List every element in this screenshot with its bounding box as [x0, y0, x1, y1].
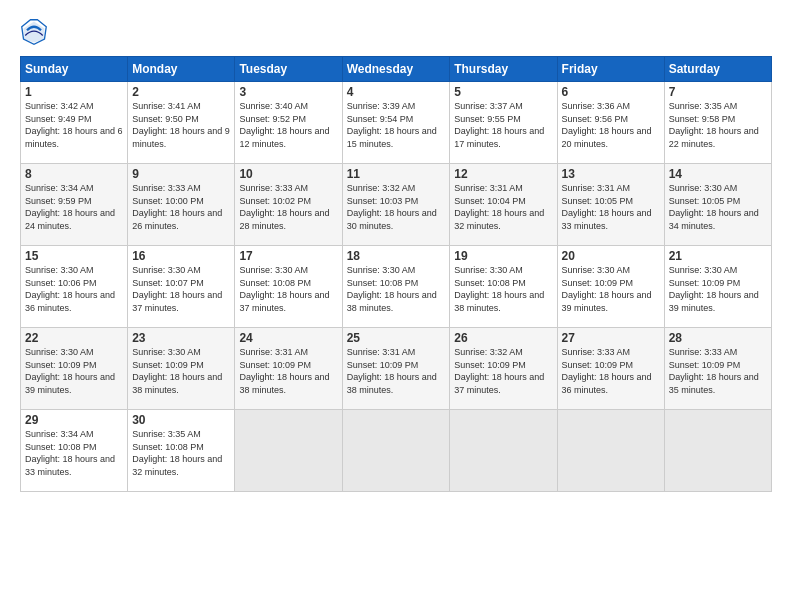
calendar-header-row: SundayMondayTuesdayWednesdayThursdayFrid…: [21, 57, 772, 82]
day-number: 18: [347, 249, 446, 263]
day-number: 14: [669, 167, 767, 181]
calendar-cell: 13Sunrise: 3:31 AMSunset: 10:05 PMDaylig…: [557, 164, 664, 246]
calendar-cell: 20Sunrise: 3:30 AMSunset: 10:09 PMDaylig…: [557, 246, 664, 328]
day-detail: Sunrise: 3:30 AMSunset: 10:09 PMDaylight…: [669, 265, 759, 313]
day-detail: Sunrise: 3:30 AMSunset: 10:06 PMDaylight…: [25, 265, 115, 313]
calendar-cell: 28Sunrise: 3:33 AMSunset: 10:09 PMDaylig…: [664, 328, 771, 410]
day-detail: Sunrise: 3:40 AMSunset: 9:52 PMDaylight:…: [239, 101, 329, 149]
day-number: 8: [25, 167, 123, 181]
day-detail: Sunrise: 3:32 AMSunset: 10:03 PMDaylight…: [347, 183, 437, 231]
day-detail: Sunrise: 3:31 AMSunset: 10:09 PMDaylight…: [347, 347, 437, 395]
calendar-cell: [664, 410, 771, 492]
calendar-cell: 2Sunrise: 3:41 AMSunset: 9:50 PMDaylight…: [128, 82, 235, 164]
day-number: 25: [347, 331, 446, 345]
day-detail: Sunrise: 3:33 AMSunset: 10:09 PMDaylight…: [562, 347, 652, 395]
day-detail: Sunrise: 3:30 AMSunset: 10:09 PMDaylight…: [25, 347, 115, 395]
calendar-cell: 25Sunrise: 3:31 AMSunset: 10:09 PMDaylig…: [342, 328, 450, 410]
day-number: 2: [132, 85, 230, 99]
calendar-cell: 22Sunrise: 3:30 AMSunset: 10:09 PMDaylig…: [21, 328, 128, 410]
calendar-header-thursday: Thursday: [450, 57, 557, 82]
day-number: 22: [25, 331, 123, 345]
day-number: 30: [132, 413, 230, 427]
day-number: 5: [454, 85, 552, 99]
day-number: 1: [25, 85, 123, 99]
day-number: 6: [562, 85, 660, 99]
day-detail: Sunrise: 3:34 AMSunset: 9:59 PMDaylight:…: [25, 183, 115, 231]
calendar-cell: [342, 410, 450, 492]
day-number: 16: [132, 249, 230, 263]
day-number: 26: [454, 331, 552, 345]
day-detail: Sunrise: 3:35 AMSunset: 10:08 PMDaylight…: [132, 429, 222, 477]
calendar-cell: 9Sunrise: 3:33 AMSunset: 10:00 PMDayligh…: [128, 164, 235, 246]
calendar-page: SundayMondayTuesdayWednesdayThursdayFrid…: [0, 0, 792, 612]
day-detail: Sunrise: 3:33 AMSunset: 10:00 PMDaylight…: [132, 183, 222, 231]
day-number: 20: [562, 249, 660, 263]
day-detail: Sunrise: 3:37 AMSunset: 9:55 PMDaylight:…: [454, 101, 544, 149]
day-detail: Sunrise: 3:33 AMSunset: 10:02 PMDaylight…: [239, 183, 329, 231]
day-number: 12: [454, 167, 552, 181]
calendar-cell: 19Sunrise: 3:30 AMSunset: 10:08 PMDaylig…: [450, 246, 557, 328]
logo: [20, 18, 54, 46]
day-number: 9: [132, 167, 230, 181]
calendar-cell: [557, 410, 664, 492]
calendar-cell: 11Sunrise: 3:32 AMSunset: 10:03 PMDaylig…: [342, 164, 450, 246]
calendar-cell: 17Sunrise: 3:30 AMSunset: 10:08 PMDaylig…: [235, 246, 342, 328]
day-number: 17: [239, 249, 337, 263]
calendar-cell: 29Sunrise: 3:34 AMSunset: 10:08 PMDaylig…: [21, 410, 128, 492]
calendar-cell: [450, 410, 557, 492]
calendar-header-sunday: Sunday: [21, 57, 128, 82]
calendar-cell: 10Sunrise: 3:33 AMSunset: 10:02 PMDaylig…: [235, 164, 342, 246]
day-number: 11: [347, 167, 446, 181]
day-number: 3: [239, 85, 337, 99]
day-number: 28: [669, 331, 767, 345]
calendar-cell: 21Sunrise: 3:30 AMSunset: 10:09 PMDaylig…: [664, 246, 771, 328]
calendar-cell: 27Sunrise: 3:33 AMSunset: 10:09 PMDaylig…: [557, 328, 664, 410]
calendar-week-5: 29Sunrise: 3:34 AMSunset: 10:08 PMDaylig…: [21, 410, 772, 492]
calendar-cell: 26Sunrise: 3:32 AMSunset: 10:09 PMDaylig…: [450, 328, 557, 410]
day-number: 19: [454, 249, 552, 263]
calendar-cell: 3Sunrise: 3:40 AMSunset: 9:52 PMDaylight…: [235, 82, 342, 164]
calendar-header-saturday: Saturday: [664, 57, 771, 82]
day-detail: Sunrise: 3:35 AMSunset: 9:58 PMDaylight:…: [669, 101, 759, 149]
day-detail: Sunrise: 3:30 AMSunset: 10:09 PMDaylight…: [132, 347, 222, 395]
day-detail: Sunrise: 3:36 AMSunset: 9:56 PMDaylight:…: [562, 101, 652, 149]
calendar-cell: 24Sunrise: 3:31 AMSunset: 10:09 PMDaylig…: [235, 328, 342, 410]
day-detail: Sunrise: 3:41 AMSunset: 9:50 PMDaylight:…: [132, 101, 230, 149]
day-detail: Sunrise: 3:32 AMSunset: 10:09 PMDaylight…: [454, 347, 544, 395]
day-detail: Sunrise: 3:42 AMSunset: 9:49 PMDaylight:…: [25, 101, 123, 149]
day-detail: Sunrise: 3:33 AMSunset: 10:09 PMDaylight…: [669, 347, 759, 395]
calendar-cell: 16Sunrise: 3:30 AMSunset: 10:07 PMDaylig…: [128, 246, 235, 328]
day-detail: Sunrise: 3:30 AMSunset: 10:08 PMDaylight…: [239, 265, 329, 313]
calendar-cell: 6Sunrise: 3:36 AMSunset: 9:56 PMDaylight…: [557, 82, 664, 164]
day-number: 7: [669, 85, 767, 99]
calendar-cell: [235, 410, 342, 492]
calendar-cell: 18Sunrise: 3:30 AMSunset: 10:08 PMDaylig…: [342, 246, 450, 328]
day-number: 23: [132, 331, 230, 345]
calendar-cell: 14Sunrise: 3:30 AMSunset: 10:05 PMDaylig…: [664, 164, 771, 246]
header: [20, 18, 772, 46]
day-number: 10: [239, 167, 337, 181]
calendar-cell: 8Sunrise: 3:34 AMSunset: 9:59 PMDaylight…: [21, 164, 128, 246]
day-detail: Sunrise: 3:31 AMSunset: 10:05 PMDaylight…: [562, 183, 652, 231]
calendar-header-tuesday: Tuesday: [235, 57, 342, 82]
day-number: 27: [562, 331, 660, 345]
day-detail: Sunrise: 3:39 AMSunset: 9:54 PMDaylight:…: [347, 101, 437, 149]
calendar-cell: 23Sunrise: 3:30 AMSunset: 10:09 PMDaylig…: [128, 328, 235, 410]
day-number: 15: [25, 249, 123, 263]
svg-marker-0: [24, 22, 45, 43]
day-detail: Sunrise: 3:30 AMSunset: 10:08 PMDaylight…: [454, 265, 544, 313]
calendar-cell: 1Sunrise: 3:42 AMSunset: 9:49 PMDaylight…: [21, 82, 128, 164]
day-detail: Sunrise: 3:31 AMSunset: 10:09 PMDaylight…: [239, 347, 329, 395]
day-number: 24: [239, 331, 337, 345]
calendar-table: SundayMondayTuesdayWednesdayThursdayFrid…: [20, 56, 772, 492]
calendar-cell: 12Sunrise: 3:31 AMSunset: 10:04 PMDaylig…: [450, 164, 557, 246]
calendar-week-4: 22Sunrise: 3:30 AMSunset: 10:09 PMDaylig…: [21, 328, 772, 410]
calendar-week-2: 8Sunrise: 3:34 AMSunset: 9:59 PMDaylight…: [21, 164, 772, 246]
day-detail: Sunrise: 3:30 AMSunset: 10:09 PMDaylight…: [562, 265, 652, 313]
calendar-header-wednesday: Wednesday: [342, 57, 450, 82]
day-number: 4: [347, 85, 446, 99]
logo-icon: [20, 18, 48, 46]
calendar-cell: 30Sunrise: 3:35 AMSunset: 10:08 PMDaylig…: [128, 410, 235, 492]
calendar-cell: 5Sunrise: 3:37 AMSunset: 9:55 PMDaylight…: [450, 82, 557, 164]
calendar-cell: 7Sunrise: 3:35 AMSunset: 9:58 PMDaylight…: [664, 82, 771, 164]
